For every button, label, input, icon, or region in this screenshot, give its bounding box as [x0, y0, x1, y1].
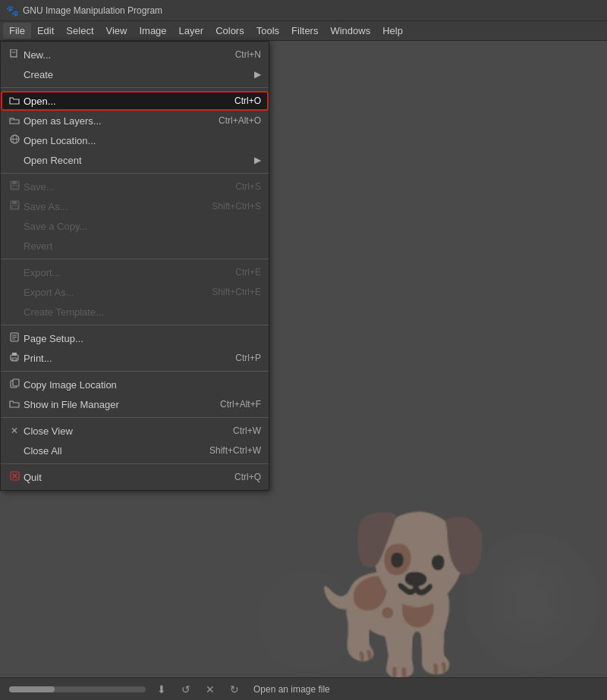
- print-label: Print...: [22, 353, 220, 364]
- menu-item-revert: Revert: [1, 236, 269, 256]
- scrollbar-thumb[interactable]: [9, 686, 55, 692]
- new-shortcut: Ctrl+N: [235, 49, 261, 60]
- menubar-item-help[interactable]: Help: [376, 23, 409, 39]
- open-as-layers-icon: [7, 115, 22, 127]
- menu-item-quit[interactable]: QuitCtrl+Q: [1, 467, 269, 487]
- horizontal-scrollbar[interactable]: [9, 686, 146, 692]
- status-text: Open an image file: [253, 684, 330, 695]
- menubar-item-image[interactable]: Image: [133, 23, 172, 39]
- new-label: New...: [22, 49, 220, 61]
- title-bar: 🐾 GNU Image Manipulation Program: [0, 0, 607, 21]
- separator-after-print: [1, 371, 269, 372]
- revert-label: Revert: [22, 240, 261, 252]
- open-as-layers-shortcut: Ctrl+Alt+O: [219, 115, 261, 126]
- menu-item-close-view[interactable]: ✕Close ViewCtrl+W: [1, 421, 269, 441]
- svg-rect-0: [11, 49, 17, 57]
- open-location-icon: [7, 134, 22, 146]
- separator-after-close-all: [1, 463, 269, 464]
- open-location-label: Open Location...: [22, 135, 261, 146]
- open-recent-arrow: ▶: [254, 155, 261, 165]
- redo-button[interactable]: ↻: [226, 681, 243, 698]
- svg-rect-13: [11, 206, 18, 209]
- copy-image-location-label: Copy Image Location: [22, 379, 261, 391]
- menubar-item-select[interactable]: Select: [60, 23, 99, 39]
- menu-item-save: Save...Ctrl+S: [1, 177, 269, 196]
- create-arrow: ▶: [254, 69, 261, 80]
- menubar-item-colors[interactable]: Colors: [209, 23, 250, 39]
- close-all-label: Close All: [22, 445, 194, 457]
- menu-item-open-as-layers[interactable]: Open as Layers...Ctrl+Alt+O: [1, 111, 269, 130]
- bottom-bar: ⬇ ↺ ✕ ↻ Open an image file: [0, 677, 607, 700]
- separator-after-revert: [1, 259, 269, 259]
- create-label: Create: [22, 69, 247, 80]
- menu-item-export: Export...Ctrl+E: [1, 262, 269, 282]
- delete-button[interactable]: ✕: [202, 681, 219, 698]
- open-recent-label: Open Recent: [22, 155, 247, 166]
- menu-item-close-all[interactable]: Close AllShift+Ctrl+W: [1, 441, 269, 460]
- menubar-item-edit[interactable]: Edit: [31, 23, 60, 39]
- save-as-shortcut: Shift+Ctrl+S: [212, 201, 261, 212]
- menu-item-page-setup[interactable]: Page Setup...: [1, 328, 269, 348]
- svg-rect-22: [13, 379, 19, 386]
- menubar-item-tools[interactable]: Tools: [250, 23, 285, 39]
- save-label: Save...: [22, 181, 220, 193]
- menu-item-open[interactable]: Open...Ctrl+O: [1, 91, 269, 111]
- app-title: GNU Image Manipulation Program: [23, 5, 162, 16]
- save-copy-label: Save a Copy...: [22, 221, 261, 232]
- menu-item-show-in-file-manager[interactable]: Show in File ManagerCtrl+Alt+F: [1, 394, 269, 414]
- show-in-file-manager-icon: [7, 399, 22, 410]
- menubar-item-windows[interactable]: Windows: [324, 23, 376, 39]
- svg-rect-12: [16, 202, 17, 204]
- menu-item-print[interactable]: Print...Ctrl+P: [1, 348, 269, 368]
- open-shortcut: Ctrl+O: [234, 96, 261, 106]
- menubar-item-view[interactable]: View: [100, 23, 134, 39]
- close-view-label: Close View: [22, 425, 218, 437]
- show-in-file-manager-label: Show in File Manager: [22, 399, 205, 410]
- export-label: Export...: [22, 267, 220, 278]
- svg-rect-18: [11, 355, 18, 360]
- save-as-icon: [7, 200, 22, 212]
- open-label: Open...: [22, 96, 219, 107]
- undo-button[interactable]: ↺: [178, 681, 194, 698]
- open-as-layers-label: Open as Layers...: [22, 115, 203, 127]
- show-in-file-manager-shortcut: Ctrl+Alt+F: [220, 399, 261, 410]
- page-setup-icon: [7, 332, 22, 344]
- print-icon: [7, 352, 22, 364]
- separator-after-create: [1, 87, 269, 88]
- menu-item-open-recent[interactable]: Open Recent▶: [1, 150, 269, 170]
- quit-label: Quit: [22, 472, 219, 483]
- close-view-icon: ✕: [7, 425, 22, 436]
- separator-after-show-in-file-manager: [1, 417, 269, 418]
- close-all-shortcut: Shift+Ctrl+W: [209, 445, 261, 456]
- menubar-item-file[interactable]: File: [3, 23, 31, 39]
- svg-rect-19: [12, 353, 17, 356]
- copy-image-location-icon: [7, 378, 22, 391]
- menu-item-create[interactable]: Create▶: [1, 64, 269, 84]
- menubar-item-layer[interactable]: Layer: [173, 23, 210, 39]
- bg-decoration-circle-right: [463, 533, 599, 670]
- svg-rect-8: [16, 182, 17, 184]
- menu-bar: FileEditSelectViewImageLayerColorsToolsF…: [0, 21, 607, 41]
- export-as-label: Export As...: [22, 287, 197, 298]
- print-shortcut: Ctrl+P: [235, 353, 261, 363]
- menu-item-save-as: Save As...Shift+Ctrl+S: [1, 196, 269, 216]
- page-setup-label: Page Setup...: [22, 333, 261, 344]
- menu-item-create-template: Create Template...: [1, 302, 269, 322]
- new-icon: [7, 49, 22, 61]
- open-icon: [7, 96, 22, 107]
- separator-after-create-template: [1, 325, 269, 325]
- menubar-item-filters[interactable]: Filters: [285, 23, 324, 39]
- save-as-label: Save As...: [22, 201, 197, 212]
- menu-item-new[interactable]: New...Ctrl+N: [1, 45, 269, 64]
- menu-item-open-location[interactable]: Open Location...: [1, 130, 269, 150]
- menu-item-copy-image-location[interactable]: Copy Image Location: [1, 375, 269, 394]
- separator-after-open-recent: [1, 173, 269, 174]
- app-icon: 🐾: [6, 5, 18, 17]
- save-shortcut: Ctrl+S: [235, 181, 261, 192]
- quit-shortcut: Ctrl+Q: [234, 472, 261, 482]
- save-icon: [7, 180, 22, 193]
- file-dropdown-menu: New...Ctrl+NCreate▶Open...Ctrl+OOpen as …: [0, 41, 269, 491]
- download-button[interactable]: ⬇: [153, 681, 170, 698]
- export-as-shortcut: Shift+Ctrl+E: [212, 287, 261, 297]
- quit-icon: [7, 471, 22, 483]
